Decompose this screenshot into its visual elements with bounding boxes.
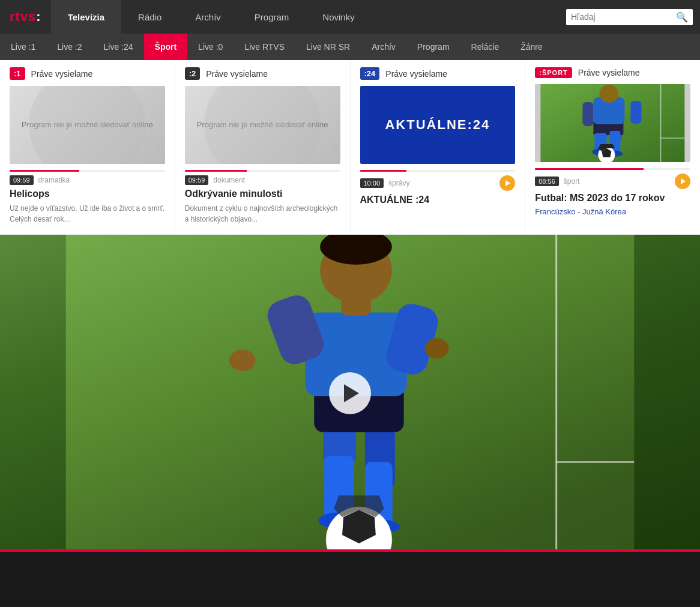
- card-subtitle-4: Francúzsko - Južná Kórea: [535, 207, 690, 216]
- nav-item-radio[interactable]: Rádio: [121, 0, 178, 34]
- video-play-button[interactable]: [329, 372, 371, 414]
- channel-card-3: :24 Práve vysielame AKTUÁLNE:24 10:00 sp…: [351, 60, 526, 234]
- subnav-live0[interactable]: Live :0: [187, 34, 234, 60]
- channel-badge-4: :ŠPORT: [535, 67, 572, 78]
- time-badge-2: 09:59: [185, 175, 209, 185]
- genre-label-3: správy: [388, 179, 409, 187]
- svg-point-14: [600, 85, 619, 103]
- genre-label-4: šport: [564, 177, 580, 186]
- card-title-2[interactable]: Odkrývanie minulosti: [185, 189, 340, 199]
- channel-badge-1: :1: [10, 67, 25, 80]
- genre-label-2: dokument: [213, 176, 245, 184]
- channel-header-2: :2 Práve vysielame: [185, 67, 340, 80]
- video-player-area[interactable]: [0, 235, 700, 552]
- svg-rect-12: [631, 101, 642, 124]
- card-thumbnail-4[interactable]: [535, 84, 690, 162]
- subnav-livenrsr[interactable]: Live NR SR: [295, 34, 361, 60]
- play-triangle-icon-4: [681, 178, 686, 184]
- progress-fill-2: [185, 170, 247, 172]
- nav-item-archiv[interactable]: Archív: [178, 0, 238, 34]
- time-badge-4: 08:56: [535, 177, 559, 186]
- subnav-livertvs[interactable]: Live RTVS: [234, 34, 295, 60]
- logo-rtvs: rtvs: [10, 9, 36, 24]
- subtitle-link-right[interactable]: Južná Kórea: [582, 207, 626, 216]
- progress-fill-4: [535, 168, 644, 170]
- progress-bar-3: [360, 170, 516, 172]
- card-title-4[interactable]: Futbal: MS 2023 do 17 rokov: [535, 193, 690, 204]
- subnav-zanre[interactable]: Žánre: [510, 34, 554, 60]
- subnav-archiv[interactable]: Archív: [361, 34, 406, 60]
- card-meta-1: 09:59 dramatika: [10, 175, 165, 185]
- card-thumbnail-3[interactable]: AKTUÁLNE:24: [360, 86, 516, 164]
- search-icon[interactable]: 🔍: [676, 11, 688, 23]
- search-input[interactable]: [571, 12, 676, 22]
- channel-header-4: :ŠPORT Práve vysielame: [535, 67, 690, 78]
- live-label-2: Práve vysielame: [206, 69, 268, 79]
- progress-fill-1: [10, 170, 79, 172]
- card-meta-2: 09:59 dokument: [185, 175, 340, 185]
- channel-badge-2: :2: [185, 67, 201, 80]
- channel-card-4: :ŠPORT Práve vysielame: [525, 60, 700, 234]
- live-label-4: Práve vysielame: [578, 68, 640, 77]
- svg-point-31: [229, 349, 256, 371]
- unavailable-text-2: Program nie je možné sledovať online: [192, 115, 333, 135]
- progress-bar-2: [185, 170, 340, 172]
- cards-row: :1 Práve vysielame Program nie je možné …: [0, 60, 700, 235]
- card-thumbnail-1[interactable]: Program nie je možné sledovať online: [10, 86, 165, 164]
- unavailable-text-1: Program nie je možné sledovať online: [17, 115, 158, 135]
- subnav-live24[interactable]: Live :24: [93, 34, 144, 60]
- card-desc-1: Už nejde o víťazstvo. Už ide iba o život…: [10, 203, 165, 225]
- subnav-relacie[interactable]: Relácie: [460, 34, 510, 60]
- subnav-live2[interactable]: Live :2: [46, 34, 92, 60]
- video-progress-bar[interactable]: [0, 549, 700, 552]
- content-area: :1 Práve vysielame Program nie je možné …: [0, 60, 700, 552]
- channel-card-2: :2 Práve vysielame Program nie je možné …: [175, 60, 351, 234]
- nav-item-televizia[interactable]: Televízia: [51, 0, 121, 34]
- card-title-3[interactable]: AKTUÁLNE :24: [360, 195, 516, 205]
- logo-colon: :: [36, 9, 41, 24]
- channel-card-1: :1 Práve vysielame Program nie je možné …: [0, 60, 175, 234]
- play-triangle-large-icon: [344, 384, 359, 402]
- sport-thumbnail-svg: [535, 84, 690, 162]
- play-button-3[interactable]: [499, 175, 515, 191]
- play-button-4[interactable]: [675, 174, 690, 189]
- aktualne-label: AKTUÁLNE:24: [385, 117, 490, 133]
- card-meta-3: 10:00 správy: [360, 175, 516, 191]
- channel-badge-3: :24: [360, 67, 380, 80]
- nav-item-program[interactable]: Program: [238, 0, 306, 34]
- subnav-live1[interactable]: Live :1: [0, 34, 46, 60]
- progress-fill-3: [360, 170, 407, 172]
- sub-navigation: Live :1 Live :2 Live :24 Šport Live :0 L…: [0, 34, 700, 60]
- progress-bar-1: [10, 170, 165, 172]
- top-navigation: rtvs: Televízia Rádio Archív Program Nov…: [0, 0, 700, 34]
- logo: rtvs:: [10, 9, 41, 25]
- search-area: 🔍: [566, 9, 693, 25]
- play-triangle-icon-3: [505, 180, 510, 186]
- logo-area[interactable]: rtvs:: [0, 0, 51, 34]
- subnav-sport[interactable]: Šport: [144, 34, 188, 60]
- card-meta-4: 08:56 šport: [535, 174, 690, 189]
- svg-point-32: [425, 338, 449, 358]
- svg-rect-11: [583, 102, 594, 126]
- time-badge-1: 09:59: [10, 175, 34, 185]
- progress-bar-4: [535, 168, 690, 170]
- channel-header-3: :24 Práve vysielame: [360, 67, 516, 80]
- card-thumbnail-2[interactable]: Program nie je možné sledovať online: [185, 86, 340, 164]
- aktualne24-thumb: AKTUÁLNE:24: [360, 86, 516, 164]
- nav-item-novinky[interactable]: Novinky: [306, 0, 371, 34]
- time-badge-3: 10:00: [360, 178, 384, 188]
- live-label-1: Práve vysielame: [31, 69, 93, 79]
- channel-header-1: :1 Práve vysielame: [10, 67, 165, 80]
- subtitle-link-left[interactable]: Francúzsko: [535, 207, 575, 216]
- genre-label-1: dramatika: [38, 176, 70, 184]
- subtitle-dash: -: [575, 207, 582, 216]
- card-title-1[interactable]: Helicops: [10, 189, 165, 199]
- subnav-program[interactable]: Program: [406, 34, 460, 60]
- main-nav: Televízia Rádio Archív Program Novinky: [51, 0, 559, 34]
- card-desc-2: Dokument z cyklu o najnovších archeologi…: [185, 203, 340, 225]
- live-label-3: Práve vysielame: [385, 69, 447, 79]
